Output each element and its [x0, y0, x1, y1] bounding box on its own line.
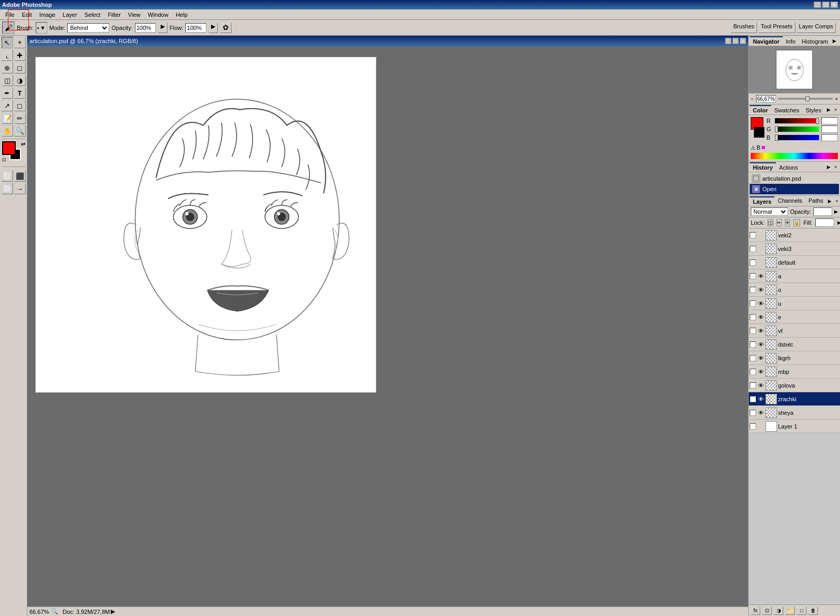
layer-eye-mbp[interactable]: 👁 [757, 368, 764, 375]
default-colors-icon[interactable]: ⊡ [2, 157, 6, 162]
full-screen-btn[interactable]: ⬛ [14, 170, 26, 182]
doc-canvas-wrapper[interactable]: 66,67% 🔍 Doc: 3,92M/27,8M ▶ [27, 46, 748, 616]
info-tab[interactable]: Info [783, 36, 799, 46]
history-close-btn[interactable]: × [833, 164, 839, 170]
gradient-tool[interactable]: ◫ [2, 75, 13, 86]
layer-eye-lkgrh[interactable]: 👁 [757, 354, 764, 362]
fill-arrow[interactable]: ▶ [837, 220, 840, 225]
history-item-1[interactable]: ⊞ Open [750, 184, 839, 194]
layer-eye-o[interactable]: 👁 [757, 286, 764, 294]
layer-item-veki3[interactable]: veki3 [749, 242, 840, 256]
stamp-tool[interactable]: ⊕ [2, 62, 13, 74]
layers-tab[interactable]: Layers [750, 196, 774, 206]
dodge-tool[interactable]: ◑ [14, 75, 26, 86]
r-value-input[interactable]: 255 [821, 117, 838, 124]
layer-checkbox-lkgrh[interactable] [750, 355, 756, 361]
brush-dropdown-icon[interactable]: ▼ [40, 25, 46, 31]
zoom-tool[interactable]: 🔍 [14, 125, 26, 137]
layer-item-o[interactable]: 👁o [749, 283, 840, 297]
layer-eye-Layer 1[interactable] [757, 423, 764, 430]
brushes-tab[interactable]: Brushes [731, 23, 757, 33]
screen-mode-btn[interactable]: ⬜ [2, 183, 13, 194]
heal-tool[interactable]: ✚ [14, 49, 26, 61]
layer-checkbox-golova[interactable] [750, 382, 756, 389]
layer-item-lkgrh[interactable]: 👁lkgrh [749, 351, 840, 365]
layer-checkbox-zrachki[interactable] [750, 396, 756, 402]
layer-checkbox-veki2[interactable] [750, 232, 756, 238]
layer-eye-default[interactable] [757, 259, 764, 266]
navigator-tab[interactable]: Navigator [750, 36, 783, 46]
menu-edit[interactable]: Edit [19, 11, 35, 19]
foreground-color[interactable] [2, 141, 16, 155]
lock-position-btn[interactable]: ✛ [785, 219, 790, 226]
layer-checkbox-default[interactable] [750, 259, 756, 266]
swatches-tab[interactable]: Swatches [771, 105, 803, 114]
g-slider[interactable] [775, 127, 819, 132]
layer-item-dstнlc[interactable]: 👁dstнlc [749, 338, 840, 351]
history-panel-controls[interactable]: ▶ × [825, 164, 839, 170]
menu-view[interactable]: View [125, 11, 144, 19]
shape-tool[interactable]: ◻ [14, 100, 26, 111]
layer-eye-sheya[interactable]: 👁 [757, 409, 764, 416]
layer-checkbox-dstнlc[interactable] [750, 341, 756, 348]
fill-input[interactable]: 100% [815, 218, 834, 227]
zoom-slider[interactable] [778, 98, 833, 100]
zoom-in-btn[interactable]: + [835, 96, 838, 102]
menu-layer[interactable]: Layer [59, 11, 80, 19]
layer-item-veki2[interactable]: veki2 [749, 228, 840, 242]
tool-presets-tab[interactable]: Tool Presets [758, 23, 795, 33]
mode-select[interactable]: Behind Normal Multiply [67, 23, 109, 33]
color-selector[interactable]: ⇄ ⊡ [2, 141, 25, 162]
opacity-input[interactable] [135, 23, 156, 33]
channels-tab[interactable]: Channels [774, 196, 805, 206]
layer-item-golova[interactable]: 👁golova [749, 379, 840, 392]
history-menu-btn[interactable]: ▶ [825, 164, 832, 170]
layer-delete-btn[interactable]: 🗑 [808, 607, 818, 615]
layer-item-sheya[interactable]: 👁sheya [749, 406, 840, 420]
swap-colors-icon[interactable]: ⇄ [21, 141, 25, 147]
layer-new-btn[interactable]: □ [797, 607, 806, 615]
doc-titlebar-controls[interactable]: _ □ × [725, 38, 746, 44]
layer-checkbox-o[interactable] [750, 287, 756, 293]
layer-checkbox-veki3[interactable] [750, 246, 756, 252]
paths-tab[interactable]: Paths [805, 196, 826, 206]
menu-filter[interactable]: Filter [104, 11, 123, 19]
hand-tool[interactable]: ✋ [2, 125, 13, 137]
menu-file[interactable]: File [2, 11, 18, 19]
layer-checkbox-e[interactable] [750, 314, 756, 320]
layer-group-btn[interactable]: 📁 [785, 607, 795, 615]
doc-maximize[interactable]: □ [732, 38, 739, 44]
g-value-input[interactable]: 0 [821, 126, 838, 133]
layers-panel-controls[interactable]: ▶ × [826, 198, 840, 204]
quick-mask-btn[interactable]: ⬜ [2, 170, 13, 182]
doc-minimize[interactable]: _ [725, 38, 731, 44]
navigator-panel-controls[interactable]: ▶ × [831, 38, 840, 44]
maximize-btn[interactable]: □ [822, 2, 830, 8]
bg-color-swatch[interactable] [754, 127, 764, 138]
layer-eye-dstнlc[interactable]: 👁 [757, 341, 764, 348]
layer-checkbox-sheya[interactable] [750, 410, 756, 416]
layer-eye-veki2[interactable] [757, 232, 764, 239]
layer-eye-a[interactable]: 👁 [757, 273, 764, 280]
layer-eye-e[interactable]: 👁 [757, 314, 764, 321]
nav-menu-btn[interactable]: ▶ [831, 38, 837, 44]
layer-checkbox-mbp[interactable] [750, 369, 756, 375]
r-slider[interactable] [775, 118, 819, 123]
select-tool[interactable]: ↗ [2, 100, 13, 111]
layer-eye-vf[interactable]: 👁 [757, 327, 764, 335]
layer-item-mbp[interactable]: 👁mbp [749, 365, 840, 379]
layers-close-btn[interactable]: × [834, 198, 840, 204]
brush-tool-btn[interactable]: 🖌 [2, 22, 15, 34]
lock-image-btn[interactable]: ✏ [776, 219, 782, 226]
layers-menu-btn[interactable]: ▶ [826, 198, 833, 204]
zoom-out-btn[interactable]: − [751, 96, 754, 102]
history-tab[interactable]: History [750, 162, 776, 172]
layer-item-vf[interactable]: 👁vf [749, 324, 840, 338]
close-btn[interactable]: × [831, 2, 838, 8]
move-tool[interactable]: ↖ [2, 37, 13, 48]
layer-item-e[interactable]: 👁e [749, 310, 840, 324]
flow-input[interactable] [185, 23, 206, 33]
warning-swatch[interactable] [761, 145, 765, 150]
layer-mask-btn[interactable]: ⊡ [762, 607, 772, 615]
opacity-value[interactable]: 100% [813, 207, 832, 216]
